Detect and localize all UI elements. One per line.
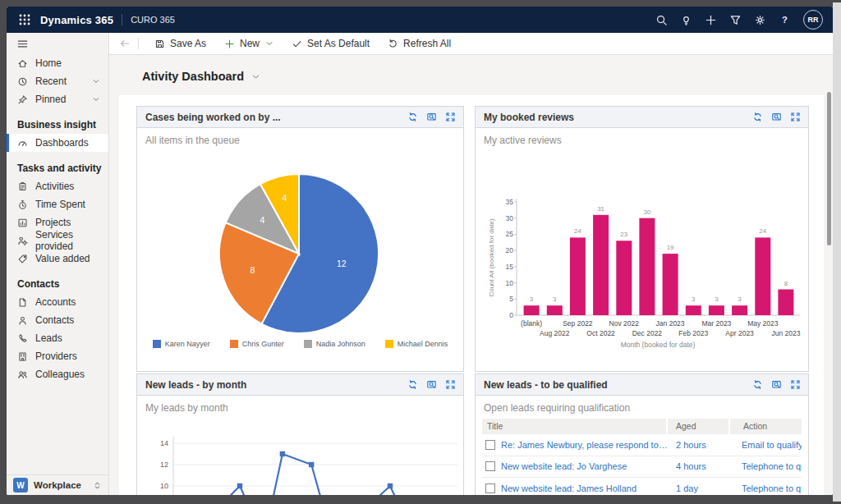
sidebar-item-colleagues[interactable]: Colleagues (7, 365, 108, 383)
doc-icon (17, 297, 28, 308)
view-records-icon[interactable] (771, 112, 782, 122)
svg-text:31: 31 (597, 205, 604, 213)
sidebar-item-time-spent[interactable]: Time Spent (7, 195, 108, 213)
app-window: Dynamics 365 CURO 365 ? RR HomeRecentPin… (7, 7, 833, 495)
lead-action-link[interactable]: Telephone to qualify (742, 483, 802, 493)
sidebar-item-leads[interactable]: Leads (7, 329, 108, 347)
sidebar-item-label: Pinned (35, 94, 66, 105)
panel-cases: Cases being worked on by ... All items i… (136, 106, 464, 372)
sidebar-item-activities[interactable]: Activities (7, 177, 108, 195)
sidebar-item-recent[interactable]: Recent (7, 72, 108, 90)
lead-action-link[interactable]: Telephone to qualify (742, 461, 802, 471)
lead-aged-link[interactable]: 4 hours (676, 461, 706, 471)
sidebar-item-services-provided[interactable]: Services provided (7, 231, 108, 250)
sidebar-item-label: Time Spent (35, 199, 85, 210)
sidebar-item-home[interactable]: Home (7, 54, 108, 72)
page-title-row: Ativity Dashboard (109, 55, 833, 83)
window-frame-right-edge (833, 2, 841, 502)
chevron-down-icon[interactable] (92, 95, 100, 103)
svg-text:3: 3 (715, 296, 719, 303)
svg-text:Jan 2023: Jan 2023 (656, 319, 685, 328)
sidebar-item-pinned[interactable]: Pinned (7, 90, 108, 108)
svg-text:15: 15 (506, 263, 514, 271)
dashboard-selector-chevron-icon[interactable] (251, 72, 260, 81)
lightbulb-icon[interactable] (680, 14, 692, 26)
legend-item-michael-dennis: Michael Dennis (385, 340, 448, 348)
app-launcher-waffle-icon[interactable] (18, 13, 31, 26)
refresh-all-button[interactable]: Refresh All (379, 33, 460, 54)
refresh-icon[interactable] (752, 112, 763, 122)
svg-text:14: 14 (160, 439, 168, 447)
panel-leads-by-month: New leads - by month My leads by month 1… (136, 373, 464, 495)
view-records-icon[interactable] (426, 379, 437, 390)
lead-aged-link[interactable]: 1 day (676, 483, 698, 493)
panel-cases-title: Cases being worked on by ... (145, 112, 281, 123)
new-button[interactable]: New (215, 33, 283, 54)
main-content: Ativity Dashboard Cases being worked on … (109, 55, 833, 495)
dashboard-canvas: Cases being worked on by ... All items i… (119, 95, 824, 495)
sidebar-item-providers[interactable]: Providers (7, 347, 108, 365)
panel-leads-qualify-title: New leads - to be qualified (484, 379, 608, 391)
search-icon[interactable] (655, 14, 668, 26)
column-header-action[interactable]: Action (730, 419, 802, 434)
people-icon (17, 369, 28, 380)
add-icon[interactable] (705, 14, 717, 26)
sidebar-item-contacts[interactable]: Contacts (7, 311, 108, 329)
row-checkbox[interactable] (485, 440, 495, 450)
sidebar-collapse-hamburger-icon[interactable] (16, 38, 29, 50)
scrollbar-thumb[interactable] (827, 92, 831, 245)
pin-icon (17, 94, 28, 105)
refresh-icon[interactable] (407, 112, 418, 122)
row-checkbox[interactable] (485, 483, 495, 493)
column-header-title[interactable]: Title (482, 419, 666, 434)
panel-cases-header: Cases being worked on by ... (137, 107, 463, 128)
svg-text:?: ? (782, 15, 788, 25)
brand-title[interactable]: Dynamics 365 (40, 14, 113, 26)
svg-text:Mar 2023: Mar 2023 (701, 319, 731, 328)
back-arrow-icon[interactable] (119, 38, 131, 49)
sidebar-item-label: Accounts (35, 296, 76, 308)
sidebar-item-label: Contacts (35, 314, 74, 326)
clock-icon (17, 76, 28, 87)
svg-text:Sep 2022: Sep 2022 (563, 319, 593, 328)
save-as-button[interactable]: Save As (145, 33, 215, 54)
filter-icon[interactable] (729, 14, 742, 26)
expand-icon[interactable] (445, 112, 456, 122)
command-bar-divider (138, 38, 139, 49)
sidebar-item-value-added[interactable]: Value added (7, 250, 108, 268)
services-icon (17, 236, 28, 246)
row-checkbox[interactable] (485, 461, 495, 471)
column-header-aged[interactable]: Aged (668, 419, 728, 434)
expand-icon[interactable] (790, 379, 801, 390)
environment-name[interactable]: CURO 365 (131, 15, 175, 25)
lead-title-link[interactable]: Re: James Newbury, please respond to ema… (501, 440, 668, 450)
view-records-icon[interactable] (426, 112, 437, 122)
sidebar-item-label: Services provided (35, 229, 108, 252)
sidebar-item-accounts[interactable]: Accounts (7, 293, 108, 311)
set-as-default-button[interactable]: Set As Default (283, 33, 379, 54)
help-icon[interactable]: ? (779, 14, 791, 26)
lead-aged-link[interactable]: 2 hours (676, 440, 706, 450)
area-switcher-workplace[interactable]: W Workplace (7, 474, 108, 495)
table-row: Re: James Newbury, please respond to ema… (482, 434, 802, 456)
expand-icon[interactable] (790, 112, 801, 122)
user-avatar[interactable]: RR (803, 10, 823, 30)
expand-icon[interactable] (445, 379, 456, 390)
stopwatch-icon (17, 199, 28, 210)
svg-text:19: 19 (667, 244, 674, 251)
panel-booked-title: My booked reviews (484, 112, 574, 123)
view-records-icon[interactable] (771, 379, 782, 390)
settings-gear-icon[interactable] (754, 14, 766, 26)
chevron-down-icon[interactable] (92, 77, 100, 85)
sidebar-item-label: Providers (35, 351, 77, 362)
panel-leads-month-subtitle: My leads by month (145, 402, 228, 414)
svg-text:30: 30 (643, 208, 650, 216)
sidebar-item-dashboards[interactable]: Dashboards (7, 134, 108, 152)
refresh-icon[interactable] (752, 379, 763, 390)
home-icon (17, 58, 28, 69)
lead-title-link[interactable]: New website lead: James Holland (501, 483, 636, 493)
lead-action-link[interactable]: Email to qualify (742, 440, 802, 450)
lead-title-link[interactable]: New website lead: Jo Varghese (501, 461, 627, 471)
clipboard-icon (17, 181, 28, 192)
refresh-icon[interactable] (407, 379, 418, 390)
